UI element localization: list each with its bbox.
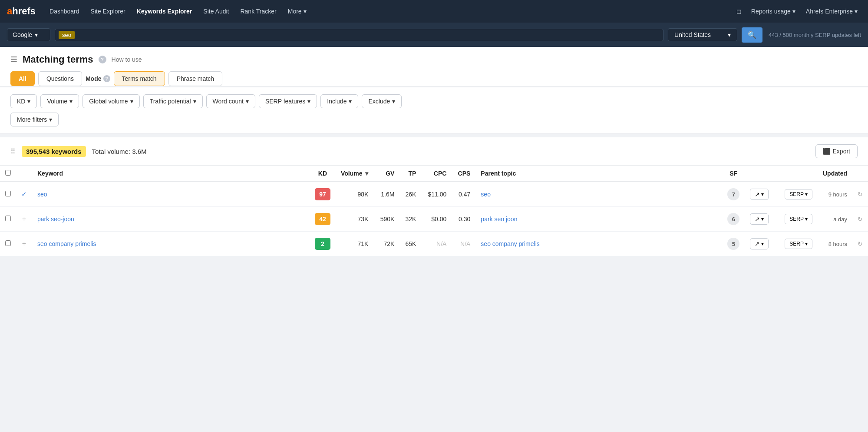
select-all-checkbox[interactable] [5, 170, 11, 176]
trend-chevron-2: ▾ [761, 241, 764, 247]
tab-phrase-match[interactable]: Phrase match [168, 71, 222, 86]
hamburger-icon[interactable]: ☰ [10, 55, 17, 64]
chevron-down-icon: ▾ [304, 8, 307, 15]
chevron-down-icon: ▾ [35, 31, 38, 38]
nav-site-audit[interactable]: Site Audit [198, 5, 234, 17]
parent-topic-link-2[interactable]: seo company primelis [481, 240, 539, 247]
chevron-down-icon: ▾ [49, 116, 52, 123]
refresh-icon-1[interactable]: ↻ [858, 216, 863, 223]
tab-terms-match[interactable]: Terms match [114, 71, 165, 86]
trend-icon-0: ↗ [755, 191, 760, 198]
reports-usage-button[interactable]: Reports usage ▾ [748, 5, 799, 17]
serp-label-0: SERP [789, 191, 804, 197]
filter-include[interactable]: Include ▾ [320, 94, 358, 108]
help-icon[interactable]: ? [99, 56, 106, 63]
row-action-2[interactable]: + [16, 232, 32, 256]
row-serp-1: SERP ▾ [779, 207, 818, 232]
row-action-0[interactable]: ✓ [16, 182, 32, 207]
row-cps-0: 0.47 [452, 182, 475, 207]
row-volume-2: 71K [336, 232, 373, 256]
filter-volume[interactable]: Volume ▾ [40, 94, 79, 108]
nav-more[interactable]: More ▾ [283, 5, 312, 17]
filter-word-count[interactable]: Word count ▾ [206, 94, 255, 108]
row-checkbox-1[interactable] [5, 216, 11, 221]
filter-serp-features[interactable]: SERP features ▾ [259, 94, 317, 108]
row-updated-1: a day [818, 207, 852, 232]
row-gv-0: 1.6M [373, 182, 399, 207]
filter-exclude[interactable]: Exclude ▾ [362, 94, 402, 108]
row-checkbox-0[interactable] [5, 191, 11, 196]
row-serp-2: SERP ▾ [779, 232, 818, 256]
keywords-table: Keyword KD Volume ▾ GV TP CPC CPS Parent… [0, 166, 868, 256]
trend-icon-1: ↗ [755, 216, 760, 223]
engine-select[interactable]: Google ▾ [7, 28, 50, 41]
filter-traffic-potential[interactable]: Traffic potential ▾ [143, 94, 203, 108]
nav-keywords-explorer[interactable]: Keywords Explorer [132, 5, 198, 17]
col-header-trend [745, 166, 779, 182]
sort-arrow-icon: ▾ [365, 170, 368, 177]
results-section: ⠿ 395,543 keywords Total volume: 3.6M ⬛ … [0, 137, 868, 256]
serp-button-0[interactable]: SERP ▾ [785, 189, 812, 199]
keyword-link-1[interactable]: park seo-joon [37, 216, 74, 223]
tab-all[interactable]: All [10, 71, 35, 86]
nav-right: ◻ Reports usage ▾ Ahrefs Enterprise ▾ [734, 5, 861, 17]
row-trend-0: ↗ ▾ [745, 182, 779, 207]
monitor-icon-button[interactable]: ◻ [734, 5, 744, 17]
col-header-sf: SF [722, 166, 745, 182]
search-button[interactable]: 🔍 [742, 27, 762, 43]
table-row: ✓ seo 97 98K 1.6M 26K $11.00 0.47 seo 7 … [0, 182, 868, 207]
row-cpc-0: $11.00 [421, 182, 452, 207]
row-cps-2: N/A [452, 232, 475, 256]
parent-topic-link-0[interactable]: seo [481, 191, 491, 198]
chevron-down-icon: ▾ [307, 98, 310, 105]
row-keyword-2: seo company primelis [32, 232, 310, 256]
filter-global-volume[interactable]: Global volume ▾ [83, 94, 140, 108]
serp-info: 443 / 500 monthly SERP updates left [769, 32, 861, 38]
nav-rank-tracker[interactable]: Rank Tracker [235, 5, 281, 17]
how-to-use-link[interactable]: How to use [112, 56, 142, 63]
trend-button-1[interactable]: ↗ ▾ [750, 213, 769, 225]
refresh-icon-2[interactable]: ↻ [858, 240, 863, 247]
search-input[interactable] [77, 31, 660, 38]
keyword-link-0[interactable]: seo [37, 191, 47, 198]
logo[interactable]: ahrefs [7, 6, 36, 17]
filter-kd[interactable]: KD ▾ [10, 94, 37, 108]
monitor-icon: ◻ [736, 8, 742, 15]
col-header-refresh [852, 166, 868, 182]
kd-badge-0: 97 [315, 188, 330, 200]
serp-button-1[interactable]: SERP ▾ [785, 214, 812, 224]
enterprise-button[interactable]: Ahrefs Enterprise ▾ [802, 5, 861, 17]
mode-help-icon[interactable]: ? [103, 75, 110, 82]
nav-dashboard[interactable]: Dashboard [44, 5, 85, 17]
row-sf-0: 7 [722, 182, 745, 207]
page-header: ☰ Matching terms ? How to use All Questi… [0, 47, 868, 86]
row-checkbox-2[interactable] [5, 240, 11, 246]
table-body: ✓ seo 97 98K 1.6M 26K $11.00 0.47 seo 7 … [0, 182, 868, 256]
country-select[interactable]: United States ▾ [668, 28, 737, 41]
serp-chevron-2: ▾ [805, 241, 808, 247]
logo-hrefs: hrefs [12, 6, 36, 17]
sf-badge-2: 5 [727, 238, 739, 250]
serp-label-1: SERP [789, 216, 804, 222]
tab-questions[interactable]: Questions [38, 71, 82, 86]
export-button[interactable]: ⬛ Export [815, 144, 858, 158]
serp-button-2[interactable]: SERP ▾ [785, 239, 812, 249]
trend-button-0[interactable]: ↗ ▾ [750, 189, 769, 200]
row-updated-0: 9 hours [818, 182, 852, 207]
row-tp-2: 65K [399, 232, 421, 256]
refresh-icon-0[interactable]: ↻ [858, 191, 863, 198]
row-volume-1: 73K [336, 207, 373, 232]
trend-button-2[interactable]: ↗ ▾ [750, 238, 769, 249]
row-cps-1: 0.30 [452, 207, 475, 232]
parent-topic-link-1[interactable]: park seo joon [481, 216, 517, 223]
serp-chevron-1: ▾ [805, 216, 808, 222]
search-icon: 🔍 [748, 31, 756, 39]
col-header-volume[interactable]: Volume ▾ [336, 166, 373, 182]
nav-site-explorer[interactable]: Site Explorer [86, 5, 131, 17]
chevron-down-icon: ▾ [792, 8, 795, 15]
row-action-1[interactable]: + [16, 207, 32, 232]
keyword-link-2[interactable]: seo company primelis [37, 240, 96, 247]
row-serp-0: SERP ▾ [779, 182, 818, 207]
chevron-down-icon: ▾ [130, 98, 133, 105]
more-filters-button[interactable]: More filters ▾ [10, 113, 59, 126]
